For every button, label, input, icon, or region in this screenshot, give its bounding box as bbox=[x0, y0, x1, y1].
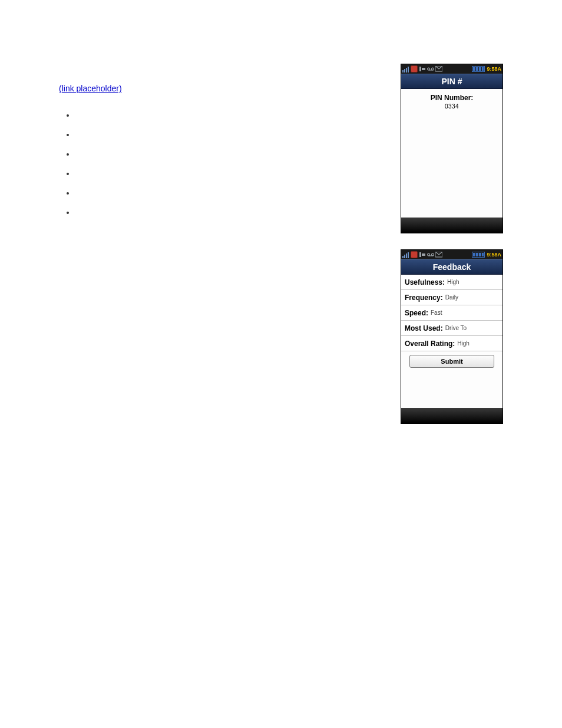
screen-title: PIN # bbox=[401, 74, 503, 89]
list-item bbox=[75, 187, 377, 199]
feedback-row-frequency[interactable]: Frequency: Daily bbox=[401, 290, 503, 305]
status-time: 9:58A bbox=[487, 252, 501, 258]
battery-icon bbox=[472, 66, 485, 72]
feedback-row-speed[interactable]: Speed: Fast bbox=[401, 305, 503, 321]
feedback-row-overall-rating[interactable]: Overall Rating: High bbox=[401, 336, 503, 351]
svg-rect-15 bbox=[422, 253, 425, 256]
bottom-bar bbox=[401, 408, 503, 423]
feedback-row-usefulness[interactable]: Usefulness: High bbox=[401, 275, 503, 290]
row-value: Daily bbox=[445, 294, 458, 301]
message-icon bbox=[435, 251, 442, 258]
signal-icon bbox=[402, 251, 409, 258]
row-value: Drive To bbox=[445, 325, 467, 331]
row-value: Fast bbox=[431, 309, 442, 316]
screen-body: PIN Number: 0334 bbox=[401, 89, 503, 218]
svg-rect-1 bbox=[404, 69, 405, 73]
svg-rect-4 bbox=[419, 67, 421, 71]
sync-icon bbox=[419, 65, 426, 73]
svg-rect-5 bbox=[422, 68, 425, 70]
phone-screenshot-pin: 9:58A PIN # PIN Number: 0334 bbox=[401, 64, 503, 233]
row-label: Most Used: bbox=[405, 324, 443, 332]
feedback-row-most-used[interactable]: Most Used: Drive To bbox=[401, 321, 503, 336]
row-label: Usefulness: bbox=[405, 278, 445, 286]
list-item bbox=[75, 206, 377, 219]
row-label: Frequency: bbox=[405, 294, 443, 302]
row-label: Overall Rating: bbox=[405, 340, 455, 348]
signal-icon bbox=[402, 65, 409, 73]
screen-body: Usefulness: High Frequency: Daily Speed:… bbox=[401, 275, 503, 408]
status-time: 9:58A bbox=[487, 66, 501, 72]
sync-icon bbox=[419, 251, 426, 258]
doc-paragraph: (link placeholder) bbox=[59, 83, 377, 95]
carrier-icon bbox=[411, 251, 418, 258]
screen-title: Feedback bbox=[401, 259, 503, 275]
doc-link[interactable]: (link placeholder) bbox=[59, 84, 122, 93]
svg-rect-0 bbox=[402, 70, 404, 73]
svg-rect-3 bbox=[408, 67, 409, 73]
row-label: Speed: bbox=[405, 309, 428, 317]
bottom-bar bbox=[401, 218, 503, 233]
svg-rect-11 bbox=[404, 255, 405, 258]
phone-screenshot-feedback: 9:58A Feedback Usefulness: High Frequenc… bbox=[401, 249, 503, 424]
svg-rect-10 bbox=[402, 256, 404, 258]
pin-number-value: 0334 bbox=[401, 103, 503, 110]
row-value: High bbox=[457, 340, 470, 347]
voicemail-icon bbox=[427, 65, 434, 73]
doc-bullet-list bbox=[75, 109, 377, 219]
list-item bbox=[75, 148, 377, 160]
status-bar: 9:58A bbox=[401, 250, 503, 259]
svg-rect-13 bbox=[408, 252, 409, 258]
voicemail-icon bbox=[427, 251, 434, 258]
list-item bbox=[75, 167, 377, 180]
row-value: High bbox=[447, 279, 459, 285]
carrier-icon bbox=[411, 65, 418, 73]
list-item bbox=[75, 129, 377, 141]
status-bar: 9:58A bbox=[401, 64, 503, 74]
submit-button[interactable]: Submit bbox=[409, 355, 494, 368]
document-left-column: (link placeholder) bbox=[59, 83, 377, 226]
svg-rect-12 bbox=[406, 253, 407, 258]
list-item bbox=[75, 109, 377, 121]
battery-icon bbox=[472, 252, 485, 258]
message-icon bbox=[435, 65, 442, 73]
svg-rect-2 bbox=[406, 68, 407, 73]
svg-rect-14 bbox=[419, 252, 421, 257]
pin-number-label: PIN Number: bbox=[401, 94, 503, 102]
